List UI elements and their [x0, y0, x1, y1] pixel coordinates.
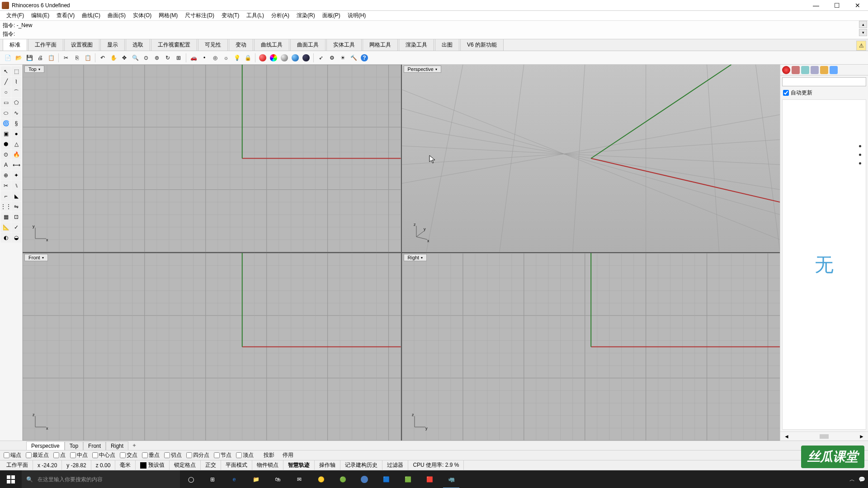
- copy-icon[interactable]: ⎘: [72, 53, 82, 63]
- app3-icon[interactable]: [354, 470, 375, 488]
- split-icon[interactable]: ⑊: [11, 181, 21, 191]
- polygon-icon[interactable]: ⬠: [11, 98, 21, 108]
- app1-icon[interactable]: 🟡: [310, 470, 332, 488]
- tube-icon[interactable]: ⊙: [1, 150, 11, 160]
- open-icon[interactable]: 📂: [14, 53, 24, 63]
- box-icon[interactable]: ▣: [1, 129, 11, 139]
- status-ortho[interactable]: 正交: [201, 460, 221, 470]
- panel-next-icon[interactable]: ►: [859, 433, 864, 440]
- lasso-icon[interactable]: ⬚: [11, 66, 21, 76]
- viewport-front[interactable]: Front▾ zx: [23, 253, 401, 441]
- menu-render[interactable]: 渲染(R): [293, 11, 319, 20]
- cylinder-icon[interactable]: ⬢: [1, 139, 11, 149]
- tab-curve-tools[interactable]: 曲线工具: [254, 39, 289, 51]
- tab-transform[interactable]: 变动: [229, 39, 253, 51]
- taskbar-search[interactable]: 🔍 在这里输入你要搜索的内容: [22, 470, 180, 488]
- app5-icon[interactable]: 🟩: [397, 470, 419, 488]
- minimize-button[interactable]: —: [806, 0, 826, 11]
- help-tab-icon[interactable]: [830, 66, 838, 74]
- check-icon[interactable]: ✓: [11, 222, 21, 232]
- car-icon[interactable]: 🚗: [189, 53, 198, 63]
- settings-icon[interactable]: ⚙: [327, 53, 337, 63]
- zoom-icon[interactable]: 🔍: [130, 53, 140, 63]
- status-record-history[interactable]: 记录建构历史: [340, 460, 382, 470]
- store-icon[interactable]: 🛍: [267, 470, 288, 488]
- properties-tab-icon[interactable]: [782, 66, 790, 74]
- sphere-blue-icon[interactable]: [290, 53, 300, 63]
- sphere-gray-icon[interactable]: [279, 53, 289, 63]
- ellipse-icon[interactable]: ⬭: [1, 108, 11, 118]
- spiral-icon[interactable]: 🌀: [1, 118, 11, 128]
- select-arrow-icon[interactable]: ➶: [316, 53, 326, 63]
- viewport-top-label[interactable]: Top▾: [24, 66, 44, 73]
- maximize-button[interactable]: ☐: [826, 0, 847, 11]
- lock-icon[interactable]: 🔒: [243, 53, 253, 63]
- viewport-tab-front[interactable]: Front: [83, 441, 106, 450]
- status-units[interactable]: 毫米: [115, 460, 136, 470]
- rect-icon[interactable]: ▭: [1, 98, 11, 108]
- paste-icon[interactable]: 📋: [83, 53, 93, 63]
- viewport-perspective[interactable]: Perspective▾ zyx: [402, 65, 780, 252]
- tab-surface-tools[interactable]: 曲面工具: [290, 39, 326, 51]
- render-icon[interactable]: ◐: [1, 233, 11, 243]
- library-tab-icon[interactable]: [820, 66, 828, 74]
- tab-select[interactable]: 选取: [126, 39, 150, 51]
- menu-surface[interactable]: 曲面(S): [104, 11, 129, 20]
- menu-panels[interactable]: 面板(P): [319, 11, 344, 20]
- light-icon[interactable]: ☼: [221, 53, 231, 63]
- four-view-icon[interactable]: ⊞: [174, 53, 184, 63]
- mirror-icon[interactable]: ⇋: [11, 202, 21, 211]
- grid-icon[interactable]: ▦: [1, 212, 11, 222]
- snap-icon[interactable]: ⊡: [11, 212, 21, 222]
- point-icon[interactable]: •: [199, 53, 209, 63]
- chamfer-icon[interactable]: ◣: [11, 191, 21, 201]
- menu-view[interactable]: 查看(V): [53, 11, 78, 20]
- tab-drafting[interactable]: 出图: [435, 39, 459, 51]
- menu-analyze[interactable]: 分析(A): [268, 11, 293, 20]
- command-input[interactable]: [17, 31, 865, 37]
- menu-tools[interactable]: 工具(L): [243, 11, 268, 20]
- menu-edit[interactable]: 编辑(E): [28, 11, 53, 20]
- tab-render-tools[interactable]: 渲染工具: [399, 39, 434, 51]
- undo-icon[interactable]: ↶: [98, 53, 108, 63]
- explode-icon[interactable]: ✦: [11, 170, 21, 180]
- tab-standard[interactable]: 标准: [3, 39, 27, 51]
- menu-mesh[interactable]: 网格(M): [155, 11, 181, 20]
- pointer-icon[interactable]: ↖: [1, 66, 11, 76]
- panel-scroll-thumb[interactable]: [820, 434, 829, 439]
- sphere-rainbow-icon[interactable]: [269, 53, 278, 63]
- flame-icon[interactable]: 🔥: [11, 150, 21, 160]
- viewport-tab-top[interactable]: Top: [65, 441, 83, 450]
- status-gumball[interactable]: 操作轴: [315, 460, 340, 470]
- app4-icon[interactable]: 🟦: [375, 470, 397, 488]
- polyline-icon[interactable]: ⌇: [11, 77, 21, 87]
- app6-icon[interactable]: 🟥: [419, 470, 440, 488]
- menu-help[interactable]: 说明(H): [344, 11, 370, 20]
- tab-cplanes[interactable]: 工作平面: [28, 39, 63, 51]
- tray-chevron-icon[interactable]: ︿: [849, 476, 855, 483]
- sun-icon[interactable]: ☀: [338, 53, 348, 63]
- viewport-right-label[interactable]: Right▾: [404, 254, 427, 261]
- move-icon[interactable]: ✥: [119, 53, 129, 63]
- tab-v6-new[interactable]: V6 的新功能: [460, 39, 504, 51]
- zoom-extents-icon[interactable]: ⊙: [141, 53, 151, 63]
- viewport-tab-right[interactable]: Right: [106, 441, 128, 450]
- zoom-selected-icon[interactable]: ⊚: [152, 53, 162, 63]
- join-icon[interactable]: ⊕: [1, 170, 11, 180]
- export-icon[interactable]: 📋: [46, 53, 56, 63]
- explorer-icon[interactable]: 📁: [245, 470, 267, 488]
- menu-file[interactable]: 文件(F): [3, 11, 28, 20]
- bulb-icon[interactable]: 💡: [232, 53, 242, 63]
- layers-tab-icon[interactable]: [801, 66, 809, 74]
- trim-icon[interactable]: ✂: [1, 181, 11, 191]
- circle-icon[interactable]: ○: [1, 87, 11, 97]
- tab-solid-tools[interactable]: 实体工具: [326, 39, 362, 51]
- materials-tab-icon[interactable]: [792, 66, 800, 74]
- curve-icon[interactable]: ∿: [11, 108, 21, 118]
- analyze-icon[interactable]: 📐: [1, 222, 11, 232]
- array-icon[interactable]: ⋮⋮: [1, 202, 11, 211]
- status-planar[interactable]: 平面模式: [221, 460, 252, 470]
- tab-visibility[interactable]: 可见性: [198, 39, 228, 51]
- chevron-down-icon[interactable]: ▾: [421, 256, 423, 260]
- viewport-right[interactable]: Right▾ zy: [402, 253, 780, 441]
